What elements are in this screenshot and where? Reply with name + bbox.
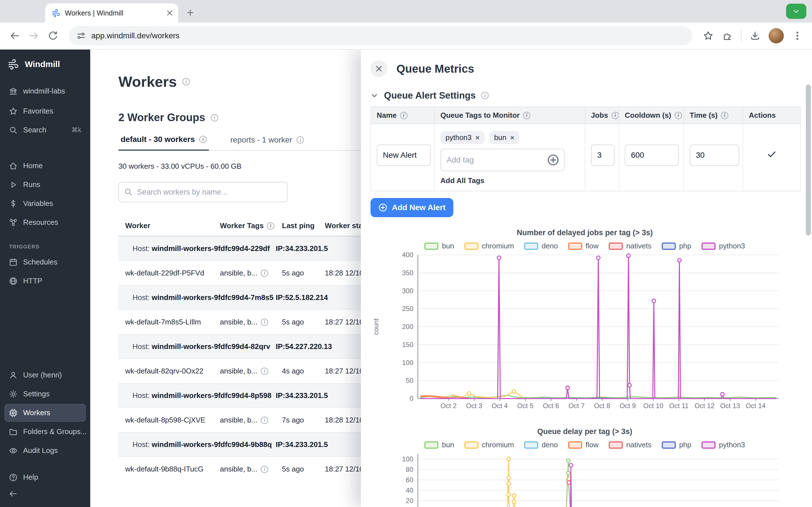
folder-icon (9, 428, 17, 436)
legend-item-chromium[interactable]: chromium (464, 242, 514, 250)
svg-text:100: 100 (402, 359, 413, 367)
remove-tag-icon[interactable]: × (510, 134, 514, 142)
url-bar[interactable]: app.windmill.dev/workers (69, 26, 693, 45)
info-icon[interactable] (297, 136, 304, 144)
legend-item-deno[interactable]: deno (524, 242, 558, 250)
add-tag-button[interactable] (547, 154, 559, 166)
close-drawer-button[interactable] (370, 60, 388, 77)
site-settings-icon[interactable] (77, 31, 86, 40)
tab-default-30-workers[interactable]: default - 30 workers (118, 135, 209, 151)
alerts-column-header: Time (s) (683, 107, 743, 124)
legend-item-bun[interactable]: bun (424, 441, 454, 449)
legend-item-php[interactable]: php (662, 441, 691, 449)
collapse-sidebar-icon[interactable] (9, 490, 17, 498)
legend-item-deno[interactable]: deno (524, 441, 558, 449)
legend-swatch (568, 242, 582, 250)
alert-name-input[interactable] (377, 145, 431, 166)
sidebar-item-workers[interactable]: Workers (4, 404, 86, 421)
sidebar-item-label: Workers (23, 408, 50, 417)
sidebar-item-help[interactable]: Help (4, 468, 86, 486)
browser-menu-icon[interactable] (792, 31, 802, 41)
sidebar-item-user-henri[interactable]: User (henri) (4, 366, 86, 384)
sidebar-item-runs[interactable]: Runs (4, 176, 86, 193)
remove-tag-icon[interactable]: × (476, 134, 479, 142)
tag-chip-python3[interactable]: python3× (441, 131, 485, 144)
cooldown-input[interactable] (625, 145, 679, 166)
sidebar-item-home[interactable]: Home (4, 157, 86, 175)
svg-text:Oct 13: Oct 13 (720, 402, 740, 409)
host-ip: IP:34.233.201.5 (276, 244, 328, 253)
info-icon[interactable] (211, 114, 218, 121)
sidebar-item-resources[interactable]: Resources (4, 214, 86, 231)
sidebar-item-schedules[interactable]: Schedules (4, 253, 86, 271)
sidebar-item-favorites[interactable]: Favorites (4, 102, 86, 120)
info-icon[interactable] (721, 112, 728, 119)
legend-item-flow[interactable]: flow (568, 242, 599, 250)
column-header: Last ping (282, 221, 325, 230)
app-logo[interactable]: Windmill (0, 50, 90, 75)
search-input[interactable] (118, 182, 288, 202)
profile-avatar[interactable] (769, 28, 784, 43)
info-icon[interactable] (199, 136, 207, 143)
browser-tab[interactable]: Workers | Windmill (45, 3, 178, 22)
browser-tab-strip: Workers | Windmill (0, 0, 812, 22)
drawer-header: Queue Metrics (370, 60, 801, 78)
tab-title: Workers | Windmill (65, 9, 161, 17)
legend-label: chromium (482, 242, 514, 250)
legend-item-nativets[interactable]: nativets (609, 441, 652, 449)
tag-chips: python3×bun× (441, 130, 579, 144)
home-icon (9, 162, 17, 170)
sidebar-item-audit-logs[interactable]: Audit Logs (4, 442, 86, 459)
sidebar-item-windmill-labs[interactable]: windmill-labs (4, 82, 86, 100)
sidebar-item-folders-groups[interactable]: Folders & Groups... (4, 423, 86, 441)
info-icon[interactable] (261, 319, 268, 326)
info-icon[interactable] (261, 270, 268, 277)
legend-item-nativets[interactable]: nativets (609, 242, 652, 250)
collapse-section-icon[interactable] (370, 92, 378, 100)
info-icon[interactable] (267, 222, 274, 230)
legend-item-php[interactable]: php (662, 242, 691, 250)
legend-item-bun[interactable]: bun (424, 242, 454, 250)
reload-button[interactable] (48, 31, 58, 41)
forward-button[interactable] (29, 31, 39, 41)
svg-text:20: 20 (406, 497, 413, 504)
tab-reports-1-worker[interactable]: reports - 1 worker (228, 135, 306, 151)
info-icon[interactable] (612, 112, 619, 119)
tab-close-icon[interactable] (166, 9, 174, 17)
info-icon[interactable] (675, 112, 682, 119)
info-icon[interactable] (523, 112, 530, 119)
add-new-alert-button[interactable]: Add New Alert (370, 198, 453, 217)
info-icon[interactable] (400, 112, 407, 119)
downloads-icon[interactable] (750, 31, 760, 41)
sidebar-item-settings[interactable]: Settings (4, 385, 86, 403)
svg-text:Oct 14: Oct 14 (746, 402, 766, 409)
extensions-icon[interactable] (722, 31, 732, 41)
time-input[interactable] (690, 145, 739, 166)
bookmark-icon[interactable] (703, 31, 713, 41)
info-icon[interactable] (261, 466, 268, 473)
add-all-tags-button[interactable]: Add All Tags (441, 176, 579, 185)
legend-item-python3[interactable]: python3 (702, 441, 745, 449)
add-tag-input[interactable] (441, 149, 564, 171)
info-icon[interactable] (481, 92, 489, 99)
legend-item-chromium[interactable]: chromium (464, 441, 514, 449)
workarea: Windmill windmill-labs FavoritesSearch⌘k… (0, 50, 812, 507)
legend-item-flow[interactable]: flow (568, 441, 599, 449)
info-icon[interactable] (261, 416, 268, 424)
sidebar-item-variables[interactable]: Variables (4, 194, 86, 212)
brand-name: Windmill (25, 59, 60, 69)
browser-update-button[interactable] (786, 4, 806, 19)
confirm-alert-icon[interactable] (767, 149, 777, 159)
tag-chip-bun[interactable]: bun× (489, 131, 519, 144)
jobs-input[interactable] (591, 145, 615, 166)
info-icon[interactable] (261, 368, 268, 375)
drawer-scrollbar[interactable] (806, 84, 811, 235)
svg-text:Oct 6: Oct 6 (543, 402, 559, 409)
new-tab-button[interactable] (186, 8, 195, 17)
sidebar-item-http[interactable]: HTTP (4, 272, 86, 290)
back-button[interactable] (10, 31, 20, 41)
info-icon[interactable] (183, 78, 190, 86)
legend-item-python3[interactable]: python3 (702, 242, 745, 250)
legend-swatch (609, 441, 623, 449)
sidebar-item-search[interactable]: Search⌘k (4, 121, 86, 139)
